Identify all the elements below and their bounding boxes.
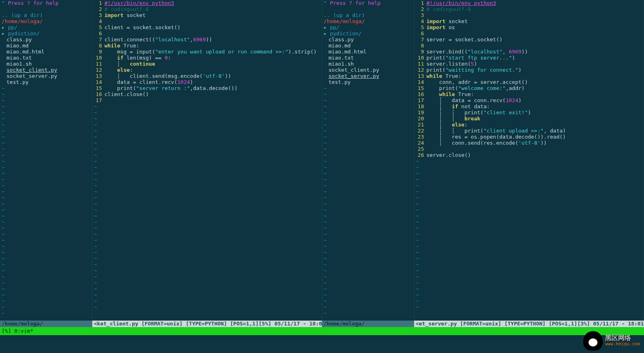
code-line[interactable]: # coding=utf-8: [427, 6, 644, 12]
nerdtree-file[interactable]: miao.txt: [2, 55, 90, 61]
nerdtree-tildes: ~~~~~~~~~~~~~~~~~~~~~~~~~~~~~~~~~~~~~~: [322, 85, 414, 316]
code-line[interactable]: [427, 30, 644, 36]
code-line[interactable]: #!/usr/bin/env python3: [427, 0, 644, 6]
code-line[interactable]: [427, 43, 644, 49]
nerdtree-help: " Press ? for help: [0, 0, 92, 6]
code-line[interactable]: [427, 146, 644, 152]
code-line[interactable]: ┆ ┆ break: [427, 116, 644, 122]
code-line[interactable]: conn, addr = server.accept(): [427, 79, 644, 85]
nerdtree-up-dir[interactable]: .. (up a dir): [324, 12, 412, 18]
code-line[interactable]: import socket: [104, 12, 322, 18]
code-line[interactable]: while True:: [104, 43, 322, 49]
code-line[interactable]: [104, 18, 322, 24]
nerdtree-cwd[interactable]: /home/mologa/: [2, 18, 90, 24]
code-line[interactable]: data = client.recv(1024): [104, 79, 322, 85]
code-area[interactable]: #!/usr/bin/env python3# coding=utf-8impo…: [104, 0, 322, 321]
nerdtree-file[interactable]: test.py: [324, 79, 412, 85]
watermark-name: 黑区网络: [605, 335, 640, 341]
status-nerdtree-right: /home/mologa/: [322, 321, 414, 327]
nerdtree-file[interactable]: test.py: [2, 79, 90, 85]
code-line[interactable]: [104, 97, 322, 103]
code-line[interactable]: [427, 12, 644, 18]
code-line[interactable]: ┆ if not data:: [427, 103, 644, 109]
nerdtree-file[interactable]: miao1.sh: [324, 61, 412, 67]
code-line[interactable]: server.close(): [427, 152, 644, 158]
nerdtree-tildes: ~~~~~~~~~~~~~~~~~~~~~~~~~~~~~~~~~~~~~~: [0, 85, 92, 316]
code-line[interactable]: import socket: [427, 18, 644, 24]
nerdtree-cwd[interactable]: /home/mologa/: [324, 18, 412, 24]
code-line[interactable]: print("start ftp server..."): [427, 55, 644, 61]
code-line[interactable]: if len(msg) == 0:: [104, 55, 322, 61]
code-line[interactable]: server.listen(5): [427, 61, 644, 67]
code-line[interactable]: ┆ data = conn.recv(1024): [427, 97, 644, 103]
nerdtree-file[interactable]: socket_client.py: [324, 67, 412, 73]
editor-pane[interactable]: 1234567891011121314151617181920212223242…: [414, 0, 644, 321]
code-line[interactable]: else:: [104, 67, 322, 73]
nerdtree-listing: .. (up a dir)/home/mologa/▸ pp/▸ pydicti…: [322, 12, 414, 85]
code-line[interactable]: print("server return :",data.decode()): [104, 85, 322, 91]
nerdtree-listing: .. (up a dir)/home/mologa/▸ pp/▸ pydicti…: [0, 12, 92, 85]
vim-split-container: " Press ? for help.. (up a dir)/home/mol…: [0, 0, 644, 321]
status-nerdtree-left: /home/mologa/: [0, 321, 92, 327]
nerdtree-file[interactable]: miao.md: [324, 43, 412, 49]
code-line[interactable]: client = socket.socket(): [104, 24, 322, 30]
nerdtree-file[interactable]: miao.md.html: [2, 49, 90, 55]
code-line[interactable]: print("waitting for connect."): [427, 67, 644, 73]
nerdtree-pane[interactable]: " Press ? for help.. (up a dir)/home/mol…: [0, 0, 92, 321]
editor-tildes: ~~~~~~~~~~~~~~~~~~~~~~~~~~~~~~~~~~: [92, 103, 97, 310]
code-line[interactable]: while True:: [427, 91, 644, 97]
code-line[interactable]: while True:: [427, 73, 644, 79]
nerdtree-file[interactable]: miao1.sh: [2, 61, 90, 67]
code-line[interactable]: [104, 30, 322, 36]
nerdtree-file[interactable]: socket_client.py: [2, 67, 90, 73]
code-line[interactable]: print("welcome come:",addr): [427, 85, 644, 91]
status-bar-row: /home/mologa/ <ket_client.py [FORMAT=uni…: [0, 321, 644, 327]
code-line[interactable]: ┆ ┆ print("client exit!"): [427, 109, 644, 116]
nerdtree-up-dir[interactable]: .. (up a dir): [2, 12, 90, 18]
watermark-url: www.heiqu.com: [605, 341, 640, 347]
status-editor-right: <et_server.py [FORMAT=unix] [TYPE=PYTHON…: [414, 321, 644, 327]
code-line[interactable]: msg = input("enter you want upload or ru…: [104, 49, 322, 55]
nerdtree-file[interactable]: socket_server.py: [2, 73, 90, 79]
nerdtree-pane[interactable]: " Press ? for help.. (up a dir)/home/mol…: [322, 0, 414, 321]
code-line[interactable]: client.connect(("localhost",6969)): [104, 36, 322, 43]
code-line[interactable]: #!/usr/bin/env python3: [104, 0, 322, 6]
nerdtree-file[interactable]: class.py: [2, 36, 90, 43]
nerdtree-dir[interactable]: ▸ pydiction/: [324, 30, 412, 36]
status-editor-left: <ket_client.py [FORMAT=unix] [TYPE=PYTHO…: [92, 321, 322, 327]
nerdtree-file[interactable]: miao.md.html: [324, 49, 412, 55]
code-line[interactable]: # coding=utf-8: [104, 6, 322, 12]
editor-tildes: ~~~~~~~~~~~~~~~~~~~~~~~~~: [414, 158, 419, 310]
code-line[interactable]: ┆ ┆ print("client upload >>:", data): [427, 128, 644, 134]
code-line[interactable]: ┆ continue: [104, 61, 322, 67]
nerdtree-file[interactable]: miao.md: [2, 43, 90, 49]
code-line[interactable]: ┆ conn.send(res.encode('utf-8')): [427, 140, 644, 146]
code-line[interactable]: client.close(): [104, 91, 322, 97]
nerdtree-file[interactable]: socket_server.py: [324, 73, 412, 79]
nerdtree-dir[interactable]: ▸ pp/: [324, 24, 412, 30]
code-line[interactable]: ┆ else:: [427, 122, 644, 128]
code-line[interactable]: ┆ res = os.popen(data.decode()).read(): [427, 134, 644, 140]
code-area[interactable]: #!/usr/bin/env python3# coding=utf-8impo…: [427, 0, 644, 321]
tmux-status-bar[interactable]: [%] 0:vim*: [0, 327, 644, 335]
nerdtree-dir[interactable]: ▸ pydiction/: [2, 30, 90, 36]
code-line[interactable]: server.bind(("localhost", 6969)): [427, 49, 644, 55]
editor-pane[interactable]: 1234567891011121314151617#!/usr/bin/env …: [92, 0, 322, 321]
code-line[interactable]: server = socket.socket(): [427, 36, 644, 43]
code-line[interactable]: ┆ client.send(msg.encode('utf-8')): [104, 73, 322, 79]
nerdtree-file[interactable]: miao.txt: [324, 55, 412, 61]
code-line[interactable]: import os: [427, 24, 644, 30]
nerdtree-dir[interactable]: ▸ pp/: [2, 24, 90, 30]
nerdtree-help: " Press ? for help: [322, 0, 414, 6]
nerdtree-file[interactable]: class.py: [324, 36, 412, 43]
